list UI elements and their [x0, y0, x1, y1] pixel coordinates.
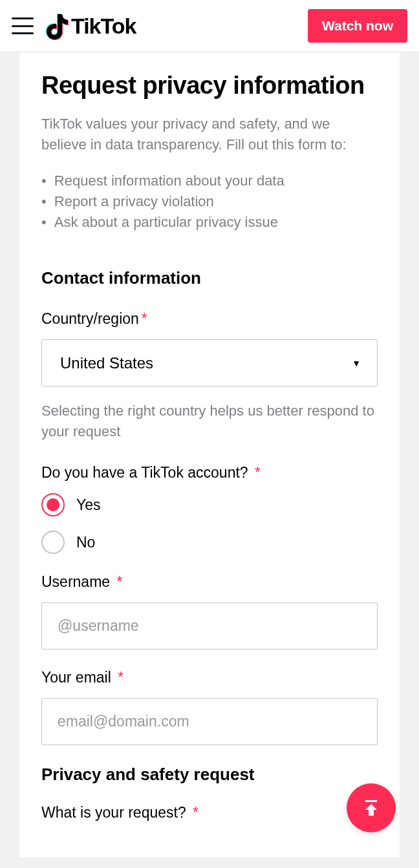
radio-icon	[41, 531, 65, 554]
bullet-item: Ask about a particular privacy issue	[41, 212, 378, 233]
intro-text: TikTok values your privacy and safety, a…	[41, 114, 378, 155]
scroll-to-top-button[interactable]	[347, 783, 396, 832]
account-radio-group: Yes No	[41, 493, 378, 554]
radio-yes[interactable]: Yes	[41, 493, 378, 516]
email-label: Your email *	[41, 669, 378, 686]
country-label: Country/region*	[41, 310, 378, 328]
radio-label: Yes	[76, 496, 101, 514]
brand-logo[interactable]: TikTok	[44, 12, 136, 40]
request-section-title: Privacy and safety request	[41, 765, 378, 785]
page-title: Request privacy information	[41, 72, 378, 100]
tiktok-note-icon	[44, 12, 69, 40]
form-card: Request privacy information TikTok value…	[19, 52, 400, 857]
username-input[interactable]	[41, 602, 378, 650]
username-label: Username *	[41, 573, 378, 591]
bullet-item: Request information about your data	[41, 171, 378, 191]
radio-label: No	[76, 534, 95, 551]
request-what-label: What is your request? *	[41, 804, 378, 821]
svg-rect-0	[365, 800, 377, 802]
country-hint: Selecting the right country helps us bet…	[41, 401, 378, 442]
country-select-wrap: United States	[41, 339, 378, 386]
watch-now-button[interactable]: Watch now	[308, 9, 407, 43]
arrow-up-icon	[361, 798, 381, 818]
country-select[interactable]: United States	[41, 339, 378, 386]
bullet-list: Request information about your data Repo…	[41, 171, 378, 233]
bullet-item: Report a privacy violation	[41, 191, 378, 212]
header-left: TikTok	[12, 12, 136, 40]
radio-no[interactable]: No	[41, 531, 378, 554]
contact-section-title: Contact information	[41, 268, 378, 288]
header: TikTok Watch now	[0, 0, 419, 52]
menu-icon[interactable]	[12, 17, 34, 34]
email-input[interactable]	[41, 698, 378, 745]
radio-icon	[41, 493, 65, 516]
account-label: Do you have a TikTok account? *	[41, 464, 378, 482]
brand-text: TikTok	[71, 14, 136, 39]
